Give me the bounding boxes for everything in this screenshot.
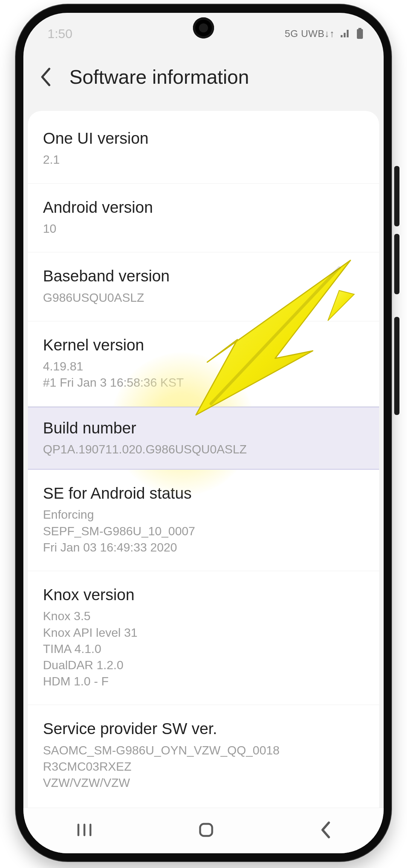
settings-card: One UI version 2.1 Android version 10 Ba… — [28, 111, 379, 817]
recents-icon — [75, 822, 93, 837]
camera-lens — [199, 23, 208, 32]
row-title: Kernel version — [43, 336, 364, 355]
row-title: SE for Android status — [43, 484, 364, 503]
volume-down-button — [394, 234, 399, 294]
power-button — [394, 317, 399, 415]
se-for-android-status-row[interactable]: SE for Android status Enforcing SEPF_SM-… — [28, 470, 379, 571]
baseband-version-row[interactable]: Baseband version G986USQU0ASLZ — [28, 252, 379, 321]
back-button[interactable] — [34, 66, 57, 88]
svg-rect-1 — [357, 29, 363, 39]
build-number-row[interactable]: Build number QP1A.190711.020.G986USQU0AS… — [28, 407, 379, 470]
row-value: G986USQU0ASLZ — [43, 290, 364, 306]
row-title: One UI version — [43, 129, 364, 148]
android-version-row[interactable]: Android version 10 — [28, 184, 379, 253]
status-time: 1:50 — [40, 26, 72, 41]
screen: 1:50 5G UWB↓↑ Software information — [23, 13, 384, 853]
row-title: Baseband version — [43, 267, 364, 286]
home-icon — [197, 821, 215, 839]
row-value: SAOMC_SM-G986U_OYN_VZW_QQ_0018 R3CMC03RX… — [43, 742, 364, 791]
recents-button[interactable] — [75, 822, 93, 839]
row-title: Knox version — [43, 585, 364, 604]
one-ui-version-row[interactable]: One UI version 2.1 — [28, 115, 379, 184]
chevron-left-icon — [39, 67, 52, 87]
row-value: Knox 3.5 Knox API level 31 TIMA 4.1.0 Du… — [43, 608, 364, 690]
svg-rect-0 — [358, 28, 361, 29]
row-title: Android version — [43, 198, 364, 217]
chevron-left-icon — [319, 821, 332, 839]
status-right: 5G UWB↓↑ — [285, 28, 367, 40]
nav-bar — [23, 808, 384, 853]
knox-version-row[interactable]: Knox version Knox 3.5 Knox API level 31 … — [28, 571, 379, 705]
kernel-version-row[interactable]: Kernel version 4.19.81 #1 Fri Jan 3 16:5… — [28, 321, 379, 407]
home-button[interactable] — [197, 821, 215, 840]
row-value: QP1A.190711.020.G986USQU0ASLZ — [43, 441, 364, 458]
row-value: 4.19.81 #1 Fri Jan 3 16:58:36 KST — [43, 358, 364, 391]
svg-rect-2 — [200, 824, 212, 836]
row-value: Enforcing SEPF_SM-G986U_10_0007 Fri Jan … — [43, 507, 364, 556]
row-value: 2.1 — [43, 152, 364, 168]
service-provider-sw-ver-row[interactable]: Service provider SW ver. SAOMC_SM-G986U_… — [28, 705, 379, 806]
volume-up-button — [394, 166, 399, 226]
nav-back-button[interactable] — [319, 821, 332, 840]
battery-icon — [357, 28, 363, 39]
signal-icon — [340, 29, 351, 38]
row-title: Build number — [43, 419, 364, 438]
app-bar: Software information — [23, 54, 384, 111]
row-value: 10 — [43, 221, 364, 237]
row-title: Service provider SW ver. — [43, 719, 364, 738]
network-type-label: 5G UWB↓↑ — [285, 28, 335, 40]
page-title: Software information — [69, 66, 249, 88]
